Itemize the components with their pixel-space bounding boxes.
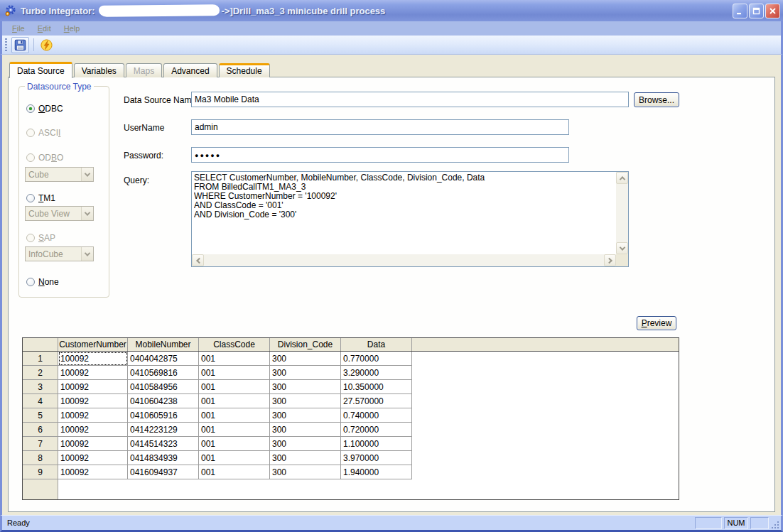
tab[interactable]: Data Source [9,62,72,78]
maximize-button[interactable] [749,4,764,18]
password-input[interactable]: ●●●●● [191,147,569,163]
preview-button[interactable]: Preview [637,316,676,330]
table-cell[interactable]: 100092 [58,352,128,366]
table-cell[interactable]: 0414223129 [128,423,199,437]
minimize-button[interactable] [733,4,747,18]
table-cell[interactable]: 10.350000 [341,380,412,394]
tab[interactable]: Variables [74,63,124,77]
tab[interactable]: Advanced [163,63,217,77]
content-area: Data SourceVariablesMapsAdvancedSchedule… [0,55,783,515]
tab[interactable]: Schedule [219,63,270,77]
table-cell[interactable]: 001 [199,394,270,408]
table-cell[interactable]: 100092 [58,380,128,394]
resize-grip[interactable] [770,517,779,529]
table-row: 6 100092 0414223129 001 300 0.720000 [23,423,679,437]
table-cell[interactable]: 100092 [58,423,128,437]
row-number[interactable]: 3 [23,380,58,394]
close-button[interactable] [765,4,780,18]
menu-file[interactable]: File [6,23,31,34]
table-cell[interactable]: 0.740000 [341,408,412,423]
table-cell[interactable]: 300 [270,451,341,465]
scroll-up-icon[interactable] [616,172,628,184]
row-number[interactable]: 7 [23,437,58,451]
radio-none-label: None [38,277,59,287]
row-number[interactable]: 5 [23,408,58,423]
preview-grid: CustomerNumberMobileNumberClassCodeDivis… [22,337,679,500]
table-cell[interactable]: 300 [270,423,341,437]
menu-edit[interactable]: Edit [31,23,58,34]
table-cell[interactable]: 100092 [58,408,128,423]
table-cell[interactable]: 100092 [58,451,128,465]
table-cell[interactable]: 100092 [58,437,128,451]
row-number[interactable]: 6 [23,423,58,437]
table-cell[interactable]: 300 [270,408,341,423]
row-number[interactable]: 4 [23,394,58,408]
table-cell[interactable]: 0410569816 [128,366,199,380]
column-header[interactable]: CustomerNumber [58,338,128,351]
column-header[interactable]: ClassCode [199,338,270,351]
table-cell[interactable]: 0414834939 [128,451,199,465]
toolbar-grip[interactable] [5,38,7,51]
table-cell[interactable]: 300 [270,465,341,479]
table-cell[interactable]: 0.770000 [341,352,412,366]
radio-sap-label: SAP [38,233,55,243]
table-cell[interactable]: 001 [199,465,270,479]
scroll-down-icon[interactable] [616,242,628,254]
table-cell[interactable]: 0414514323 [128,437,199,451]
run-process-button[interactable] [38,37,54,53]
column-header[interactable]: Data [341,338,412,351]
table-cell[interactable]: 001 [199,366,270,380]
username-input[interactable]: admin [191,119,569,135]
query-vertical-scrollbar[interactable] [616,172,628,254]
table-cell[interactable]: 300 [270,366,341,380]
table-cell[interactable]: 300 [270,394,341,408]
radio-none-circle[interactable] [26,278,35,286]
table-cell[interactable]: 001 [199,423,270,437]
table-cell[interactable]: 27.570000 [341,394,412,408]
table-cell[interactable]: 1.940000 [341,465,412,479]
table-cell[interactable]: 001 [199,408,270,423]
table-cell[interactable]: 0.720000 [341,423,412,437]
table-cell[interactable]: 1.100000 [341,437,412,451]
scroll-left-icon[interactable] [192,254,204,266]
table-cell[interactable]: 0410605916 [128,408,199,423]
radio-odbc[interactable]: ODBC [26,104,63,114]
table-cell[interactable]: 100092 [58,394,128,408]
table-cell[interactable]: 001 [199,380,270,394]
radio-none[interactable]: None [26,277,59,287]
table-cell[interactable]: 0410604238 [128,394,199,408]
tabstrip: Data SourceVariablesMapsAdvancedSchedule [9,61,271,77]
table-cell[interactable]: 001 [199,352,270,366]
table-cell[interactable]: 3.290000 [341,366,412,380]
table-cell[interactable]: 300 [270,437,341,451]
table-cell[interactable]: 0416094937 [128,465,199,479]
table-row: 3 100092 0410584956 001 300 10.350000 [23,380,679,394]
query-box[interactable]: SELECT CustomerNumber, MobileNumber, Cla… [191,171,629,267]
row-number[interactable]: 8 [23,451,58,465]
table-cell[interactable]: 300 [270,352,341,366]
menu-help[interactable]: Help [58,23,87,34]
radio-tm1-circle[interactable] [26,194,35,202]
scroll-right-icon[interactable] [604,254,616,266]
row-number[interactable]: 2 [23,366,58,380]
table-cell[interactable]: 0404042875 [128,352,199,366]
row-number[interactable]: 9 [23,465,58,479]
data-source-name-input[interactable]: Ma3 Mobile Data [191,92,629,107]
tab[interactable]: Maps [126,63,162,77]
table-cell[interactable]: 001 [199,451,270,465]
table-cell[interactable]: 100092 [58,366,128,380]
column-header[interactable]: MobileNumber [128,338,199,351]
column-header[interactable]: Division_Code [270,338,341,351]
query-horizontal-scrollbar[interactable] [192,254,616,266]
save-button[interactable] [11,37,29,53]
row-number[interactable]: 1 [23,352,58,366]
table-cell[interactable]: 001 [199,437,270,451]
browse-button[interactable]: Browse... [634,92,679,107]
query-text[interactable]: SELECT CustomerNumber, MobileNumber, Cla… [194,173,614,252]
radio-tm1[interactable]: TM1 [26,193,55,203]
table-cell[interactable]: 300 [270,380,341,394]
table-cell[interactable]: 0410584956 [128,380,199,394]
table-cell[interactable]: 3.970000 [341,451,412,465]
radio-odbc-circle[interactable] [26,104,35,113]
table-cell[interactable]: 100092 [58,465,128,479]
